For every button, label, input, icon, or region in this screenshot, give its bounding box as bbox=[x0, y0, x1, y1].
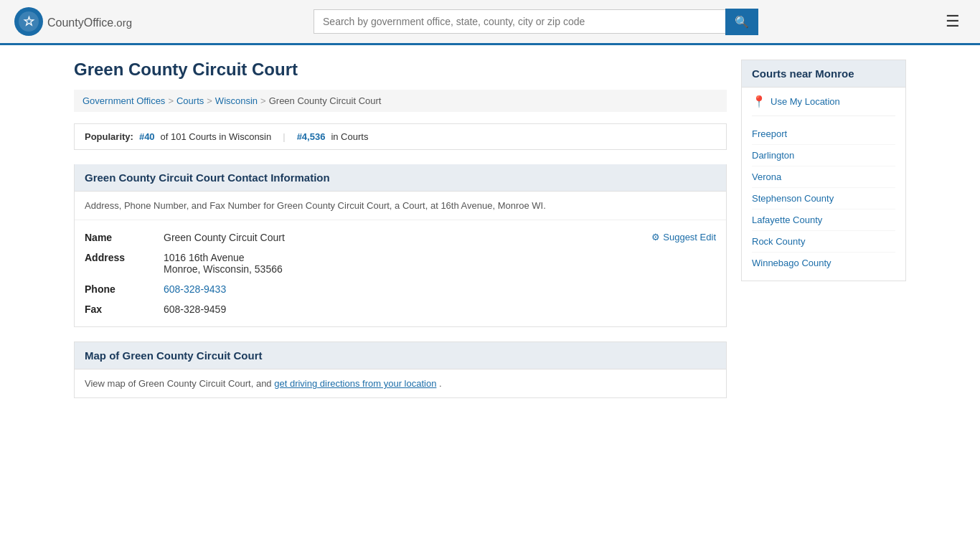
logo[interactable]: ☆ CountyOffice.org bbox=[14, 7, 132, 36]
breadcrumb-sep-1: > bbox=[168, 95, 174, 106]
address-value: 1016 16th Avenue Monroe, Wisconsin, 5356… bbox=[164, 252, 716, 275]
map-section-header: Map of Green County Circuit Court bbox=[75, 342, 726, 369]
map-desc-end: . bbox=[439, 378, 442, 389]
breadcrumb-sep-2: > bbox=[207, 95, 212, 106]
menu-button[interactable]: ☰ bbox=[940, 9, 966, 34]
breadcrumb-sep-3: > bbox=[260, 95, 266, 106]
address-line2: Monroe, Wisconsin, 53566 bbox=[164, 263, 716, 275]
contact-section-header: Green County Circuit Court Contact Infor… bbox=[75, 164, 726, 192]
content-area: Green County Circuit Court Government Of… bbox=[74, 60, 727, 398]
sidebar-use-location: 📍 Use My Location bbox=[752, 95, 895, 116]
map-section: Map of Green County Circuit Court View m… bbox=[74, 342, 727, 398]
breadcrumb-courts[interactable]: Courts bbox=[176, 95, 204, 106]
phone-row: Phone 608-328-9433 bbox=[85, 279, 716, 299]
search-input[interactable] bbox=[314, 9, 725, 34]
popularity-sep: | bbox=[283, 131, 285, 142]
sidebar: Courts near Monroe 📍 Use My Location Fre… bbox=[741, 60, 906, 398]
popularity-rank1-text: of 101 Courts in Wisconsin bbox=[161, 131, 272, 142]
sidebar-link-rock-county[interactable]: Rock County bbox=[752, 231, 895, 253]
sidebar-link-darlington[interactable]: Darlington bbox=[752, 145, 895, 166]
fax-value: 608-328-9459 bbox=[164, 303, 716, 315]
site-header: ☆ CountyOffice.org 🔍 ☰ bbox=[0, 0, 980, 45]
location-pin-icon: 📍 bbox=[752, 95, 766, 108]
sidebar-title: Courts near Monroe bbox=[742, 60, 905, 88]
popularity-rank2-text: in Courts bbox=[331, 131, 368, 142]
hamburger-icon: ☰ bbox=[946, 12, 960, 30]
page-title: Green County Circuit Court bbox=[74, 60, 727, 80]
suggest-edit-label: Suggest Edit bbox=[663, 232, 716, 242]
phone-label: Phone bbox=[85, 283, 164, 295]
contact-description: Address, Phone Number, and Fax Number fo… bbox=[75, 192, 726, 220]
breadcrumb-gov-offices[interactable]: Government Offices bbox=[83, 95, 165, 106]
name-row: Name Green County Circuit Court ⚙ Sugges… bbox=[85, 227, 716, 248]
sidebar-link-stephenson-county[interactable]: Stephenson County bbox=[752, 188, 895, 209]
suggest-edit-link[interactable]: ⚙ Suggest Edit bbox=[651, 232, 716, 242]
sidebar-content: 📍 Use My Location Freeport Darlington Ve… bbox=[742, 88, 905, 281]
map-desc-text: View map of Green County Circuit Court, … bbox=[85, 378, 274, 389]
name-label: Name bbox=[85, 232, 164, 243]
breadcrumb-current: Green County Circuit Court bbox=[269, 95, 382, 106]
logo-text: CountyOffice.org bbox=[47, 14, 132, 30]
search-bar: 🔍 bbox=[314, 9, 758, 35]
sidebar-link-winnebago-county[interactable]: Winnebago County bbox=[752, 253, 895, 273]
fax-row: Fax 608-328-9459 bbox=[85, 299, 716, 319]
sidebar-link-freeport[interactable]: Freeport bbox=[752, 123, 895, 145]
phone-value: 608-328-9433 bbox=[164, 283, 716, 295]
address-row: Address 1016 16th Avenue Monroe, Wiscons… bbox=[85, 248, 716, 279]
suggest-edit-icon: ⚙ bbox=[651, 232, 660, 242]
address-label: Address bbox=[85, 252, 164, 263]
contact-section: Green County Circuit Court Contact Infor… bbox=[74, 164, 727, 327]
popularity-rank2: #4,536 bbox=[297, 131, 326, 142]
search-icon: 🔍 bbox=[735, 16, 749, 28]
contact-table: Name Green County Circuit Court ⚙ Sugges… bbox=[75, 220, 726, 326]
search-button[interactable]: 🔍 bbox=[725, 9, 758, 35]
popularity-bar: Popularity: #40 of 101 Courts in Wiscons… bbox=[74, 123, 727, 150]
popularity-rank1: #40 bbox=[139, 131, 155, 142]
main-container: Green County Circuit Court Government Of… bbox=[60, 45, 920, 413]
name-value: Green County Circuit Court bbox=[164, 232, 716, 243]
sidebar-box: Courts near Monroe 📍 Use My Location Fre… bbox=[741, 60, 906, 281]
driving-directions-link[interactable]: get driving directions from your locatio… bbox=[274, 378, 436, 389]
logo-icon: ☆ bbox=[14, 7, 43, 36]
map-description: View map of Green County Circuit Court, … bbox=[75, 369, 726, 397]
svg-text:☆: ☆ bbox=[23, 14, 35, 29]
popularity-label: Popularity: bbox=[85, 131, 133, 142]
breadcrumb: Government Offices > Courts > Wisconsin … bbox=[74, 90, 727, 112]
sidebar-link-verona[interactable]: Verona bbox=[752, 166, 895, 188]
sidebar-link-lafayette-county[interactable]: Lafayette County bbox=[752, 209, 895, 231]
phone-link[interactable]: 608-328-9433 bbox=[164, 283, 226, 295]
address-line1: 1016 16th Avenue bbox=[164, 252, 716, 263]
use-my-location-link[interactable]: Use My Location bbox=[771, 96, 840, 107]
breadcrumb-wisconsin[interactable]: Wisconsin bbox=[215, 95, 258, 106]
fax-label: Fax bbox=[85, 303, 164, 315]
